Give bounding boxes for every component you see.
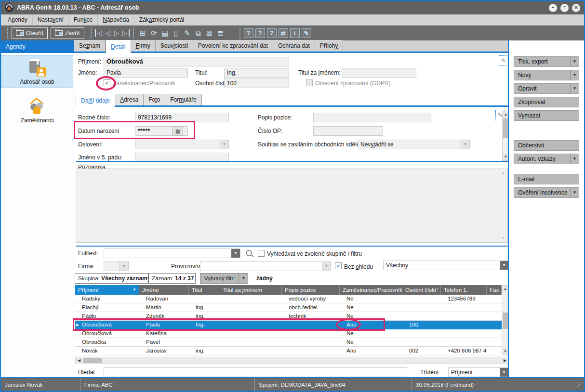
window-refresh-icon[interactable]: ⟳ [148, 28, 160, 39]
column-header-osobni-cislo[interactable]: Osobní číslo□ [402, 285, 441, 295]
jmeno-field[interactable]: Pavla [104, 68, 188, 78]
table-row[interactable]: NovákJaroslaving.Ano002+420 606 987 456 [75, 347, 502, 355]
popis-pozice-field[interactable] [313, 113, 431, 122]
firma-combo[interactable]: ▼ [104, 261, 129, 271]
zkopirovat-button[interactable]: Zkopírovat [514, 97, 579, 107]
chevron-down-icon[interactable]: ▼ [570, 57, 579, 66]
poznamka-scrollbar[interactable]: ▲ ▼ [500, 170, 507, 242]
column-header-telefon[interactable]: Telefon 1. [441, 285, 487, 295]
info-icon[interactable]: i [290, 28, 300, 38]
overeni-insolvence-button[interactable]: Ověření insolvence▼ [514, 187, 579, 198]
table-row[interactable]: PádloZdeněking.technikNe [75, 312, 502, 321]
calendar-icon[interactable]: ▦ [173, 127, 183, 135]
column-header-fax[interactable]: Fax [487, 285, 502, 295]
prijmeni-field[interactable]: Obroučková [104, 57, 289, 66]
osloveni-combo[interactable]: ▼ [135, 140, 229, 149]
close-icon[interactable]: ✕ [572, 4, 580, 12]
print-icon[interactable]: ▤ [160, 28, 171, 39]
previous-record-icon[interactable]: ◁ [104, 29, 112, 37]
window-add-icon[interactable]: ⊞ [137, 28, 148, 39]
edit-layout-icon[interactable]: ✎ [499, 55, 508, 66]
scroll-left-icon[interactable]: ◀ [76, 357, 82, 364]
rodne-cislo-field[interactable]: 978213/1699 [135, 113, 229, 122]
open-button[interactable]: Otevřít [12, 27, 48, 39]
minimize-icon[interactable]: – [549, 4, 557, 12]
close-agenda-button[interactable]: Zavřít [51, 27, 84, 39]
menu-napoveda[interactable]: Nápověda [98, 14, 134, 25]
column-header-jmeno[interactable]: Jméno [139, 285, 189, 295]
menu-agendy[interactable]: Agendy [3, 14, 33, 25]
resize-grip-icon[interactable]: ⋰ [577, 381, 582, 388]
table-row-selected[interactable]: ▶ObroučkováPavlaIng.Ano100 [75, 321, 502, 329]
tab-seznam[interactable]: Seznam [74, 40, 106, 52]
preview-document-icon[interactable]: ≣ [215, 28, 226, 39]
tab-souvislosti[interactable]: Souvislosti [156, 40, 193, 52]
osobni-cislo-field[interactable]: 100 [224, 78, 289, 88]
table-row[interactable]: PlachýMartining.obch.ředitelNe [75, 303, 502, 312]
group-filter-checkbox[interactable] [258, 250, 265, 257]
new-document-icon[interactable]: ▯ [171, 28, 182, 39]
tab-povoleni[interactable]: Povolení ke zpracování dat [193, 40, 273, 52]
subtab-dalsi-udaje[interactable]: Další údaje [76, 94, 115, 107]
subtab-foto[interactable]: Foto [144, 94, 165, 105]
help-icon[interactable]: ? [244, 28, 253, 38]
tab-prilohy[interactable]: Přílohy [315, 40, 343, 52]
search-icon[interactable] [246, 250, 252, 256]
context-help-icon[interactable]: ? [255, 28, 265, 38]
scroll-right-icon[interactable]: ▶ [502, 357, 508, 364]
tab-firmy[interactable]: Firmy [131, 40, 156, 52]
cislo-op-field[interactable] [313, 126, 383, 136]
menu-nastaveni[interactable]: Nastavení [33, 14, 69, 25]
menu-funkce[interactable]: Funkce [69, 14, 98, 25]
table-hscrollbar[interactable]: ◀ ▶ [75, 357, 509, 364]
subtab-adresa[interactable]: Adresa [115, 94, 144, 105]
scroll-down-icon[interactable]: ▼ [500, 235, 506, 242]
tab-ochrana-dat[interactable]: Ochrana dat [273, 40, 315, 52]
scroll-up-icon[interactable]: ▲ [500, 170, 506, 176]
autom-vzkazy-button[interactable]: Autom. vzkazy▼ [514, 154, 579, 164]
fulltext-combo[interactable]: ▼ [104, 248, 240, 258]
opravit-button[interactable]: Opravit▼ [514, 83, 579, 94]
delete-document-icon[interactable]: ⊠ [204, 28, 215, 39]
obcerstvit-button[interactable]: Občerstvit [514, 140, 579, 151]
last-record-icon[interactable]: ▷ [121, 29, 130, 37]
bez-ohledu-checkbox[interactable]: ✔ [335, 262, 342, 269]
chevron-down-icon[interactable]: ▼ [570, 154, 579, 164]
chevron-down-icon[interactable]: ▼ [570, 188, 579, 197]
column-header-prijmeni[interactable]: Příjmení▼ [75, 285, 139, 295]
sidebar-item-zamestnanci[interactable]: Zaměstnanci [1, 94, 73, 126]
column-header-titul-za[interactable]: Titul za jménem [220, 285, 282, 295]
maximize-icon[interactable]: □ [560, 4, 569, 12]
vsechny-combo[interactable]: Všechny▼ [383, 261, 509, 270]
table-row[interactable]: ObroučkováKateřinaNe [75, 329, 502, 338]
skupina-box[interactable]: Skupina: Všechny záznamy [75, 273, 148, 284]
chevron-down-icon[interactable]: ▼ [570, 70, 579, 80]
titul-field[interactable]: Ing. [224, 68, 289, 78]
tab-detail[interactable]: Detail [106, 40, 131, 53]
table-row[interactable]: ObroučkaPavelNe [75, 338, 502, 347]
novy-button[interactable]: Nový▼ [514, 70, 579, 80]
table-row[interactable]: RadskýRadovanvedoucí výrobyNe123456789 [75, 295, 502, 303]
first-record-icon[interactable]: ◁ [95, 29, 104, 37]
zamestnanec-checkbox[interactable]: ✔ [104, 79, 110, 86]
switch-agenda-icon[interactable]: ⇄ [279, 28, 288, 38]
column-header-popis[interactable]: Popis pozice [282, 285, 340, 295]
column-header-titul[interactable]: Titul [189, 285, 220, 295]
gdpr-checkbox[interactable] [306, 79, 313, 86]
titul-za-field[interactable] [342, 68, 416, 78]
next-record-icon[interactable]: ▷ [112, 29, 121, 37]
chevron-down-icon[interactable]: ▼ [570, 84, 579, 93]
vybrany-filtr-button[interactable]: Vybraný filtr:▼ [200, 273, 248, 284]
sidebar-item-adresar-osob[interactable]: Adresář osob [1, 55, 73, 88]
menu-zakaznicky-portal[interactable]: Zákaznický portál [134, 14, 189, 25]
column-header-zamestnanec[interactable]: Zaměstnanec/Pracovník [340, 285, 402, 295]
provozovna-combo[interactable]: ▼ [200, 261, 331, 271]
hledat-input[interactable] [104, 367, 407, 377]
trideni-combo[interactable]: Příjmení▼ [448, 367, 509, 377]
help-topics-icon[interactable]: ? [267, 28, 277, 38]
subtab-formulare[interactable]: Formuláře [165, 94, 202, 105]
tisk-export-button[interactable]: Tisk, export▼ [514, 56, 579, 67]
edit-document-icon[interactable]: ✎ [182, 28, 193, 39]
souhlas-combo[interactable]: Nevyjádřil se▼ [358, 140, 470, 149]
poznamka-textarea[interactable] [76, 169, 508, 243]
